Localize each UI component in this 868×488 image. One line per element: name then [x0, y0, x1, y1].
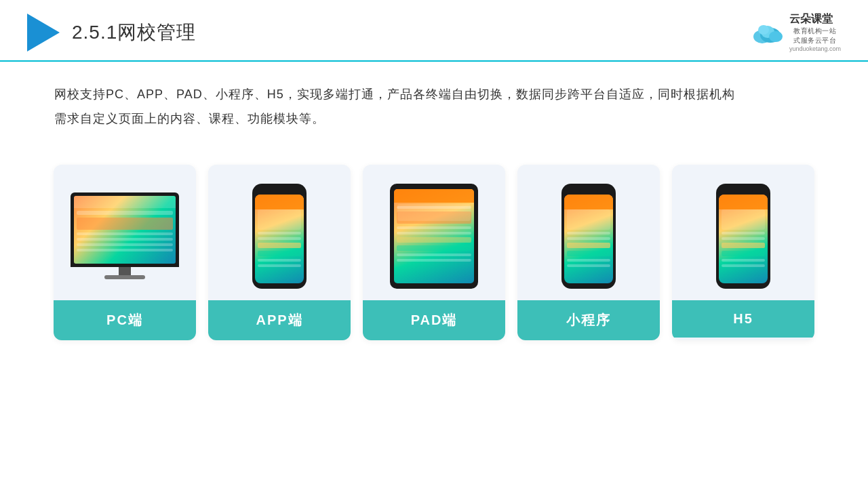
card-miniprogram-label: 小程序 [517, 300, 660, 340]
play-arrow-icon [27, 14, 60, 52]
page-title: 2.5.1网校管理 [72, 20, 196, 45]
card-miniprogram: 小程序 [517, 165, 660, 340]
description-text: 网校支持PC、APP、PAD、小程序、H5，实现多端打通，产品各终端自由切换，数… [0, 62, 868, 138]
card-app-label: APP端 [208, 300, 351, 340]
description-line2: 需求自定义页面上的内容、课程、功能模块等。 [54, 106, 814, 131]
card-pad: PAD端 [363, 165, 505, 340]
brand-name: 云朵课堂 教育机构一站式服务云平台 yunduoketang.com [789, 12, 841, 52]
cloud-icon [750, 22, 785, 43]
pc-device-mock [71, 192, 179, 279]
tablet-mock [390, 184, 478, 289]
monitor-neck [119, 267, 131, 275]
card-pc-image [54, 165, 196, 300]
h5-phone-mock [716, 184, 770, 289]
title-number: 2.5.1 [72, 22, 117, 43]
phone-screen-2 [564, 195, 613, 283]
header-left: 2.5.1网校管理 [27, 14, 196, 52]
brand-name-text: 云朵课堂 [789, 12, 841, 26]
phone-notch-2 [579, 189, 598, 192]
cloud-logo: 云朵课堂 教育机构一站式服务云平台 yunduoketang.com [750, 12, 841, 52]
card-h5-label: H5 [672, 300, 814, 338]
svg-point-4 [758, 25, 769, 35]
card-miniprogram-image [517, 165, 660, 300]
phone-screen [255, 195, 304, 283]
card-h5: H5 [672, 165, 814, 340]
tablet-screen [394, 189, 474, 283]
description-line1: 网校支持PC、APP、PAD、小程序、H5，实现多端打通，产品各终端自由切换，数… [54, 82, 814, 106]
phone-notch-3 [734, 189, 753, 192]
brand-tagline: 教育机构一站式服务云平台 [789, 26, 841, 45]
app-phone-mock [252, 184, 307, 289]
card-app: APP端 [208, 165, 351, 340]
monitor-screen [74, 196, 176, 264]
title-text: 网校管理 [117, 22, 196, 43]
header: 2.5.1网校管理 云朵课堂 教育机构一站式服务云平台 yunduoketang… [0, 0, 868, 62]
card-pad-label: PAD端 [363, 300, 505, 340]
card-pc-label: PC端 [54, 300, 196, 340]
bottom-spacer [0, 354, 868, 381]
monitor-base [104, 275, 145, 279]
card-pc: PC端 [54, 165, 196, 340]
brand-logo-area: 云朵课堂 教育机构一站式服务云平台 yunduoketang.com [750, 12, 841, 52]
phone-screen-3 [719, 195, 768, 283]
card-app-image [208, 165, 351, 300]
svg-point-3 [769, 31, 783, 42]
card-pad-image [363, 165, 505, 300]
cards-section: PC端 APP端 [0, 144, 868, 354]
phone-notch [270, 189, 289, 192]
brand-url: yunduoketang.com [789, 45, 841, 52]
miniprogram-phone-mock [561, 184, 616, 289]
card-h5-image [672, 165, 814, 300]
monitor-frame [71, 192, 179, 267]
